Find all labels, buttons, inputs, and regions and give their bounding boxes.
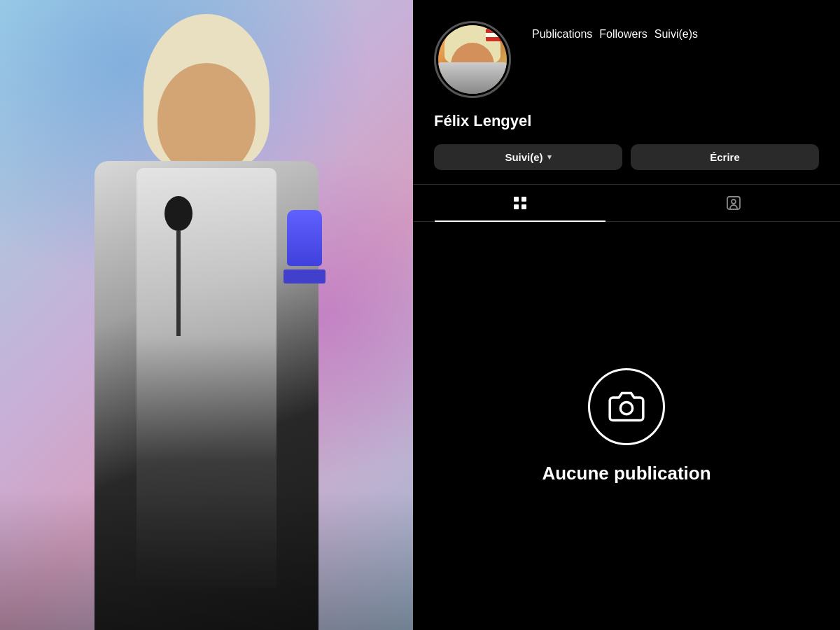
- face: [158, 63, 255, 175]
- award-trophy: [284, 210, 326, 294]
- avatar-container[interactable]: [434, 21, 511, 98]
- tab-grid[interactable]: [413, 185, 626, 221]
- avatar-flag: [486, 29, 503, 41]
- follow-button[interactable]: Suivi(e) ▾: [434, 144, 622, 170]
- message-label: Écrire: [710, 151, 740, 163]
- svg-rect-0: [514, 197, 519, 202]
- avatar-ring: [434, 21, 511, 98]
- trophy-body: [287, 210, 322, 266]
- message-button[interactable]: Écrire: [631, 144, 819, 170]
- empty-label: Aucune publication: [542, 463, 710, 484]
- profile-name-section: Félix Lengyel: [413, 112, 840, 144]
- action-buttons: Suivi(e) ▾ Écrire: [413, 144, 840, 184]
- grid-icon: [512, 195, 528, 211]
- profile-name: Félix Lengyel: [434, 112, 819, 130]
- chevron-down-icon: ▾: [547, 153, 552, 162]
- svg-point-6: [620, 402, 632, 414]
- publications-label: Publications: [532, 28, 592, 41]
- svg-point-5: [732, 200, 736, 204]
- stats-row: Publications Followers Suivi(e)s: [532, 28, 819, 41]
- camera-circle: [588, 368, 665, 445]
- stat-publications[interactable]: Publications: [532, 28, 592, 41]
- stat-following[interactable]: Suivi(e)s: [654, 28, 698, 41]
- svg-rect-1: [522, 197, 526, 202]
- mic-head: [164, 196, 192, 231]
- svg-rect-4: [727, 197, 740, 209]
- tab-tagged[interactable]: [626, 185, 840, 221]
- mic-stand: [176, 231, 181, 336]
- svg-rect-2: [514, 204, 519, 209]
- empty-state: Aucune publication: [413, 222, 840, 630]
- photo-panel: [0, 0, 413, 630]
- tagged-icon: [725, 195, 742, 211]
- trophy-base: [284, 270, 326, 284]
- photo-overlay: [0, 490, 413, 630]
- instagram-profile-panel: Publications Followers Suivi(e)s Félix L…: [413, 0, 840, 630]
- profile-stats: Publications Followers Suivi(e)s: [532, 21, 819, 55]
- follow-label: Suivi(e): [505, 151, 542, 163]
- svg-rect-3: [522, 204, 526, 209]
- stat-followers[interactable]: Followers: [599, 28, 647, 41]
- microphone: [164, 196, 192, 336]
- following-label: Suivi(e)s: [654, 28, 698, 41]
- followers-label: Followers: [599, 28, 647, 41]
- profile-header: Publications Followers Suivi(e)s: [413, 0, 840, 112]
- avatar-shirt: [438, 62, 507, 94]
- tabs-section: [413, 184, 840, 222]
- camera-icon: [608, 388, 645, 425]
- avatar: [438, 25, 507, 94]
